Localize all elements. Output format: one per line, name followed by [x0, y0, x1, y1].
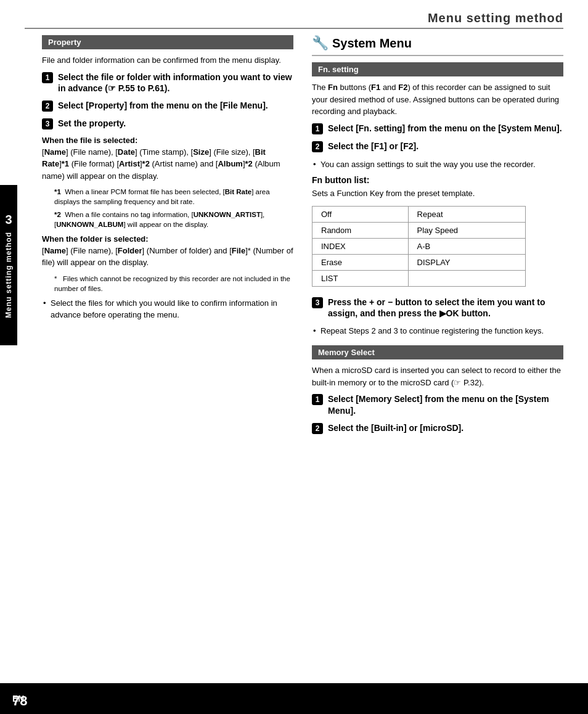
fn-table-cell: INDEX — [312, 238, 409, 254]
fn-table-cell: A-B — [408, 238, 525, 254]
property-intro: File and folder information can be confi… — [42, 54, 293, 67]
bottom-page: 78 — [12, 693, 27, 709]
fn-table-row: OffRepeat — [312, 206, 526, 222]
memory-step-1-num: 1 — [312, 394, 323, 405]
fn-step-1: 1 Select [Fn. setting] from the menu on … — [312, 123, 563, 134]
step-1-num: 1 — [42, 72, 53, 83]
memory-step-1-text: Select [Memory Select] from the menu on … — [328, 393, 563, 416]
page-header: Menu setting method — [0, 0, 588, 29]
fn-intro: The Fn buttons (F1 and F2) of this recor… — [312, 81, 563, 118]
property-section-header: Property — [42, 35, 293, 49]
main-content: Property File and folder information can… — [17, 29, 588, 477]
step-3-text: Set the property. — [58, 118, 126, 129]
system-menu-title: 🔧 System Menu — [312, 35, 563, 56]
sidebar-tab: 3 Menu setting method — [0, 185, 17, 345]
fn-section-header: Fn. setting — [312, 62, 563, 76]
step-3-num: 3 — [42, 118, 53, 129]
fn-button-list-label: Fn button list: — [312, 175, 563, 185]
step-2-num: 2 — [42, 101, 53, 112]
memory-step-1: 1 Select [Memory Select] from the menu o… — [312, 393, 563, 416]
fn-button-list-desc: Sets a Function Key from the preset temp… — [312, 187, 563, 200]
memory-step-2-text: Select the [Built-in] or [microSD]. — [328, 422, 463, 433]
folder-selected-heading: When the folder is selected: — [42, 234, 293, 244]
file-selected-heading: When the file is selected: — [42, 136, 293, 145]
fn-bullet: You can assign settings to suit the way … — [312, 158, 563, 171]
left-column: Property File and folder information can… — [42, 35, 293, 440]
fn-table-cell: Play Speed — [408, 222, 525, 238]
fn-step-3: 3 Press the + or − button to select the … — [312, 297, 563, 319]
fn-step-2: 2 Select the [F1] or [F2]. — [312, 141, 563, 152]
fn-table-row: EraseDISPLAY — [312, 254, 526, 270]
right-column: 🔧 System Menu Fn. setting The Fn buttons… — [312, 35, 563, 440]
fn-table-cell — [408, 270, 525, 286]
step-1: 1 Select the file or folder with informa… — [42, 72, 293, 94]
left-bullet: Select the files for which you would lik… — [42, 297, 293, 321]
folder-selected-text: [Name] (File name), [Folder] (Number of … — [42, 245, 293, 269]
fn-step-2-num: 2 — [312, 141, 323, 152]
sidebar-tab-text: Menu setting method — [4, 232, 13, 318]
system-menu-label: System Menu — [332, 36, 412, 51]
fn-table-cell: Repeat — [408, 206, 525, 222]
folder-note: * Files which cannot be recognized by th… — [42, 274, 293, 293]
note1: *1 When a linear PCM format file has bee… — [42, 187, 293, 207]
memory-step-2-num: 2 — [312, 423, 323, 434]
file-selected-text: [Name] (File name), [Date] (Time stamp),… — [42, 146, 293, 183]
fn-table-cell: Random — [312, 222, 409, 238]
page-title: Menu setting method — [25, 11, 563, 29]
fn-step-1-text: Select [Fn. setting] from the menu on th… — [328, 123, 562, 134]
fn-table-cell: DISPLAY — [408, 254, 525, 270]
fn-step-3-num: 3 — [312, 297, 323, 308]
note2: *2 When a file contains no tag informati… — [42, 210, 293, 229]
sidebar-tab-number: 3 — [5, 213, 12, 227]
system-menu-icon: 🔧 — [312, 35, 329, 51]
memory-intro: When a microSD card is inserted you can … — [312, 364, 563, 388]
fn-step3-bullet: Repeat Steps 2 and 3 to continue registe… — [312, 325, 563, 337]
fn-step-3-text: Press the + or − button to select the it… — [328, 297, 563, 319]
bottom-bar: EN 78 — [0, 683, 588, 714]
fn-step-1-num: 1 — [312, 123, 323, 134]
fn-step-2-text: Select the [F1] or [F2]. — [328, 141, 419, 152]
memory-section-header: Memory Select — [312, 345, 563, 359]
fn-table: OffRepeatRandomPlay SpeedINDEXA-BEraseDI… — [312, 206, 526, 287]
fn-table-row: INDEXA-B — [312, 238, 526, 254]
fn-table-row: RandomPlay Speed — [312, 222, 526, 238]
memory-step-2: 2 Select the [Built-in] or [microSD]. — [312, 422, 563, 434]
step-2-text: Select [Property] from the menu on the [… — [58, 100, 268, 111]
fn-table-row: LIST — [312, 270, 526, 286]
fn-table-cell: LIST — [312, 270, 409, 286]
fn-table-cell: Erase — [312, 254, 409, 270]
fn-table-cell: Off — [312, 206, 409, 222]
step-2: 2 Select [Property] from the menu on the… — [42, 100, 293, 112]
step-1-text: Select the file or folder with informati… — [58, 72, 293, 94]
step-3: 3 Set the property. — [42, 118, 293, 129]
